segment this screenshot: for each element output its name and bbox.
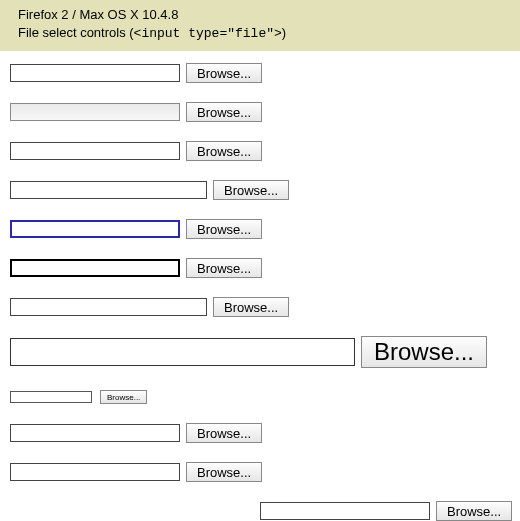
file-control-row: Browse... [10, 462, 520, 482]
file-control-row: Browse... [10, 141, 520, 161]
file-path-input[interactable] [10, 220, 180, 238]
file-path-input[interactable] [10, 391, 92, 403]
file-control-row-offset: Browse... [260, 501, 520, 521]
browse-button[interactable]: Browse... [213, 297, 289, 317]
file-control-row: Browse... [10, 219, 520, 239]
header-line2-prefix: File select controls ( [18, 25, 134, 40]
file-path-input[interactable] [260, 502, 430, 520]
file-control-row: Browse... [10, 423, 520, 443]
browse-button[interactable]: Browse... [186, 141, 262, 161]
file-path-input[interactable] [10, 298, 207, 316]
file-path-input[interactable] [10, 64, 180, 82]
browse-button[interactable]: Browse... [186, 423, 262, 443]
file-control-row-large: Browse... [10, 336, 520, 368]
header-banner: Firefox 2 / Max OS X 10.4.8 File select … [0, 0, 520, 51]
header-line2-code: <input type="file"> [134, 26, 282, 41]
file-control-row: Browse... [10, 102, 520, 122]
browse-button[interactable]: Browse... [186, 63, 262, 83]
file-path-input[interactable] [10, 463, 180, 481]
file-path-input[interactable] [10, 103, 180, 121]
header-line2-suffix: ) [282, 25, 286, 40]
browse-button[interactable]: Browse... [186, 258, 262, 278]
browse-button[interactable]: Browse... [436, 501, 512, 521]
browse-button[interactable]: Browse... [213, 180, 289, 200]
file-control-row: Browse... [10, 297, 520, 317]
file-control-row: Browse... [10, 258, 520, 278]
file-control-row-small: Browse... [10, 390, 520, 404]
demo-area: Browse... Browse... Browse... Browse... … [0, 51, 520, 521]
file-path-input[interactable] [10, 259, 180, 277]
file-control-row: Browse... [10, 180, 520, 200]
header-line2: File select controls (<input type="file"… [18, 24, 510, 43]
browse-button[interactable]: Browse... [186, 102, 262, 122]
file-path-input[interactable] [10, 424, 180, 442]
file-control-row: Browse... [10, 63, 520, 83]
browse-button[interactable]: Browse... [100, 390, 147, 404]
browse-button[interactable]: Browse... [186, 219, 262, 239]
file-path-input[interactable] [10, 181, 207, 199]
header-line1: Firefox 2 / Max OS X 10.4.8 [18, 6, 510, 24]
browse-button[interactable]: Browse... [361, 336, 487, 368]
file-path-input[interactable] [10, 142, 180, 160]
browse-button[interactable]: Browse... [186, 462, 262, 482]
file-path-input[interactable] [10, 338, 355, 366]
